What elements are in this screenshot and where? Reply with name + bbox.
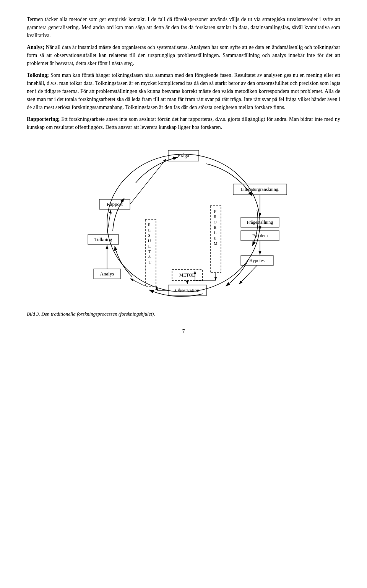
- paragraph-1: Termen täcker alla metoder som ger empir…: [27, 15, 340, 39]
- fragastallning-label: Frågeställning: [247, 220, 273, 225]
- metod-label: METOD: [179, 272, 196, 278]
- litteraturgranskning-label: Litteraturgranskning.: [240, 187, 279, 192]
- research-wheel-diagram: Fråga Litteraturgranskning. Frågeställni…: [65, 143, 302, 303]
- fraga-label: Fråga: [178, 153, 189, 158]
- diagram-container: Fråga Litteraturgranskning. Frågeställni…: [27, 143, 340, 303]
- svg-line-21: [239, 265, 257, 284]
- paragraph-4: Rapportering; Ett forskningsarbete anses…: [27, 115, 340, 131]
- paragraph-2: Analys; När all data är insamlad måste d…: [27, 43, 340, 67]
- svg-point-0: [107, 154, 260, 292]
- page-number: 7: [27, 329, 340, 335]
- paragraph-4-text: Ett forskningsarbete anses inte som avsl…: [27, 116, 340, 130]
- svg-line-23: [130, 279, 145, 286]
- problem-label: Problem: [252, 233, 268, 238]
- paragraph-3-text: Som man kan förstå hänger tolkningsfasen…: [27, 72, 340, 110]
- hypotes-label: Hypotes: [249, 258, 265, 263]
- tolkning-label: Tolkning: [94, 236, 112, 242]
- paragraph-3: Tolkning; Som man kan förstå hänger tolk…: [27, 71, 340, 111]
- paragraph-2-text: När all data är insamlad måste den organ…: [27, 44, 340, 66]
- observation-label: Observation: [175, 287, 200, 293]
- problem-vertical-label: P R O B L E M: [214, 209, 218, 246]
- tolkning-bold: Tolkning;: [27, 72, 49, 78]
- rapport-label: Rapport: [107, 201, 123, 207]
- resultat-label: R E S U L T A T: [148, 222, 152, 264]
- analys-label: Analys: [100, 271, 114, 277]
- diagram-caption: Bild 3. Den traditionella forskningsproc…: [27, 311, 340, 317]
- main-text: Termen täcker alla metoder som ger empir…: [27, 15, 340, 131]
- analys-bold: Analys;: [27, 44, 44, 50]
- svg-line-28: [130, 159, 166, 204]
- rapportering-bold: Rapportering;: [27, 116, 60, 122]
